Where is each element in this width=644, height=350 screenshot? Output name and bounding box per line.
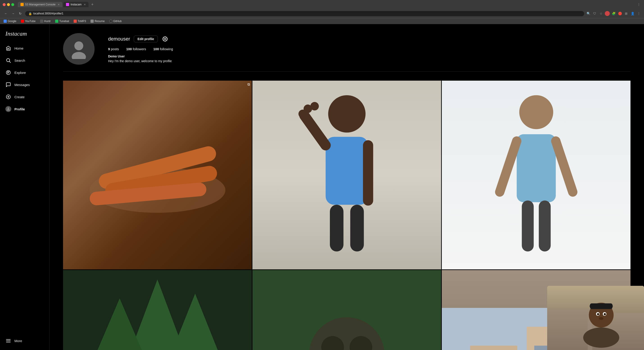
svg-point-12 xyxy=(72,52,86,59)
back-button[interactable]: ← xyxy=(3,10,9,17)
nav-buttons: ← → ↻ xyxy=(3,10,24,17)
adblock-icon[interactable]: 🛑 xyxy=(618,11,622,16)
tab-s3-label: S3 Management Console xyxy=(25,3,56,6)
svg-rect-61 xyxy=(590,304,612,309)
post-item-2[interactable] xyxy=(252,81,441,269)
bookmark-tunebat-label: Tunebat xyxy=(59,20,69,23)
profile-username: demouser xyxy=(108,36,130,42)
sidebar-logo[interactable]: Instacam xyxy=(3,28,46,42)
resume-favicon xyxy=(90,20,94,23)
google-favicon xyxy=(4,20,7,23)
maximize-window-button[interactable] xyxy=(11,3,14,6)
profile-stats: 9 posts 100 followers 100 following xyxy=(108,47,630,51)
tab-s3[interactable]: S3 Management Console ✕ xyxy=(18,2,62,7)
bookmark-resume-label: Resume xyxy=(94,20,105,23)
post-item-3[interactable] xyxy=(442,81,630,269)
sidebar-item-explore-label: Explore xyxy=(14,71,26,74)
svg-rect-57 xyxy=(547,308,592,350)
bookmark-tunebat[interactable]: Tunebat xyxy=(54,19,70,23)
forward-button[interactable]: → xyxy=(10,10,16,17)
sidebar-item-create[interactable]: Create xyxy=(3,91,46,102)
tunebat-favicon xyxy=(55,20,58,23)
more-icon xyxy=(6,338,11,344)
sidebar-item-explore[interactable]: Explore xyxy=(3,67,46,78)
puzzle-icon[interactable]: ⊞ xyxy=(624,11,629,16)
tab-instacam-favicon xyxy=(66,3,69,6)
sidebar-item-messages-label: Messages xyxy=(14,83,30,87)
svg-point-64 xyxy=(597,313,599,315)
bookmark-tomp3[interactable]: ToMP3 xyxy=(73,19,87,23)
address-bar[interactable]: 🔒 localhost:3000/#/profile/1 xyxy=(25,11,584,16)
following-stat[interactable]: 100 following xyxy=(153,47,173,51)
bookmark-huntr[interactable]: Huntr xyxy=(39,19,52,23)
sidebar-nav: Home Search Explore Messag xyxy=(3,42,46,332)
bookmark-google-label: Google xyxy=(8,20,16,23)
create-icon xyxy=(6,94,11,100)
shield-icon[interactable]: 🛡 xyxy=(592,11,597,16)
bookmark-huntr-label: Huntr xyxy=(44,20,51,23)
profile-bio: Hey I'm the demo user, welcome to my pro… xyxy=(108,59,630,64)
profile-header: demouser Edit profile 9 posts 100 xyxy=(63,33,630,72)
star-icon[interactable]: ☆ xyxy=(598,11,604,16)
following-label: following xyxy=(160,47,173,51)
browser-tabs: S3 Management Console ✕ Instacam ✕ + xyxy=(18,2,634,7)
posts-stat: 9 posts xyxy=(108,47,119,51)
bookmark-youtube-label: YouTube xyxy=(25,20,36,23)
search-icon xyxy=(6,58,11,63)
post-item-5[interactable]: I AM SO READY xyxy=(252,270,441,350)
post-item-4[interactable] xyxy=(63,270,252,350)
tab-instacam-close[interactable]: ✕ xyxy=(84,3,86,6)
menu-icon[interactable]: ⋮ xyxy=(636,11,641,16)
window-control-icon[interactable]: ⋮ xyxy=(636,2,641,7)
profile-username-row: demouser Edit profile xyxy=(108,35,630,42)
profile-settings-button[interactable] xyxy=(162,35,169,42)
bookmark-resume[interactable]: Resume xyxy=(90,19,106,23)
followers-stat[interactable]: 100 followers xyxy=(126,47,146,51)
multi-post-icon: ⧉ xyxy=(248,82,250,86)
svg-point-7 xyxy=(8,108,9,109)
edit-profile-button[interactable]: Edit profile xyxy=(134,36,158,42)
search-browser-icon[interactable]: 🔍 xyxy=(586,11,591,16)
browser-chrome: S3 Management Console ✕ Instacam ✕ + ⋮ ←… xyxy=(0,0,644,24)
posts-grid: ⧉ xyxy=(63,81,630,350)
bookmarks-bar: Google YouTube Huntr Tunebat ToMP3 Resum… xyxy=(0,18,644,24)
sidebar-item-search[interactable]: Search xyxy=(3,55,46,66)
svg-point-11 xyxy=(74,42,83,50)
youtube-favicon xyxy=(21,20,24,23)
github-favicon xyxy=(109,20,112,23)
sidebar-item-messages[interactable]: Messages xyxy=(3,79,46,90)
profile-browser-icon[interactable] xyxy=(605,11,610,16)
tab-s3-close[interactable]: ✕ xyxy=(58,3,60,6)
following-count: 100 xyxy=(153,47,159,51)
sidebar-item-more[interactable]: More xyxy=(3,335,46,346)
sidebar-bottom: More xyxy=(3,332,46,346)
sidebar-item-home-label: Home xyxy=(14,46,24,50)
bookmark-github[interactable]: GitHub xyxy=(108,19,122,23)
sidebar-item-home[interactable]: Home xyxy=(3,42,46,54)
posts-count: 9 xyxy=(108,47,110,51)
svg-point-13 xyxy=(164,38,166,40)
sidebar-item-create-label: Create xyxy=(14,95,24,99)
bookmark-youtube[interactable]: YouTube xyxy=(20,19,36,23)
browser-toolbar: ← → ↻ 🔒 localhost:3000/#/profile/1 🔍 🛡 ☆… xyxy=(0,9,644,18)
profile-fullname: Demo User xyxy=(108,54,630,58)
svg-point-67 xyxy=(583,328,619,348)
profile-info: demouser Edit profile 9 posts 100 xyxy=(108,33,630,64)
close-window-button[interactable] xyxy=(3,3,6,6)
profile-avatar xyxy=(63,33,94,65)
post-item-1[interactable]: ⧉ xyxy=(63,81,252,269)
bookmark-google[interactable]: Google xyxy=(3,19,17,23)
sidebar-item-profile[interactable]: Profile xyxy=(3,104,46,115)
followers-label: followers xyxy=(133,47,146,51)
svg-point-65 xyxy=(604,313,606,315)
extensions-icon[interactable]: 🧩 xyxy=(611,11,616,16)
url-text: localhost:3000/#/profile/1 xyxy=(33,12,63,15)
account-icon[interactable]: 👤 xyxy=(630,11,635,16)
sidebar-profile-avatar xyxy=(6,106,11,112)
new-tab-button[interactable]: + xyxy=(90,2,96,7)
minimize-window-button[interactable] xyxy=(7,3,10,6)
tab-instacam[interactable]: Instacam ✕ xyxy=(63,2,88,7)
sidebar-item-more-label: More xyxy=(14,339,22,343)
svg-line-1 xyxy=(10,62,11,63)
reload-button[interactable]: ↻ xyxy=(17,10,24,17)
